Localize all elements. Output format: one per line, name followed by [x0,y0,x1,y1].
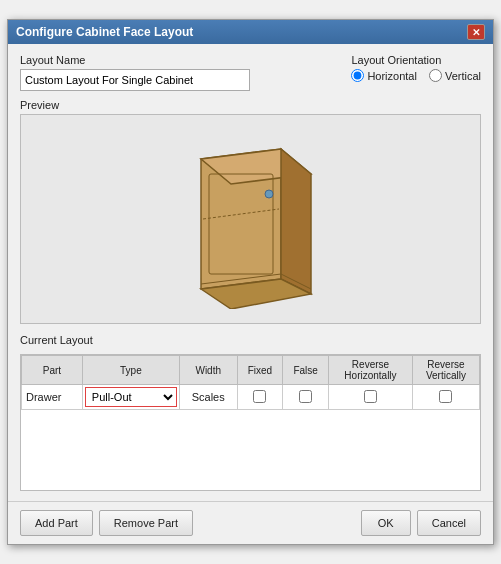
type-cell-container: Pull-Out [85,387,177,407]
orientation-vertical-radio[interactable] [429,69,442,82]
col-width: Width [179,356,237,385]
orientation-section: Layout Orientation Horizontal Vertical [343,54,481,82]
orientation-vertical-label: Vertical [445,70,481,82]
close-button[interactable]: ✕ [467,24,485,40]
cell-width: Scales [179,385,237,410]
orientation-horizontal-radio[interactable] [351,69,364,82]
footer-left-buttons: Add Part Remove Part [20,510,193,536]
preview-box [20,114,481,324]
ok-button[interactable]: OK [361,510,411,536]
fixed-checkbox[interactable] [253,390,266,403]
layout-name-section: Layout Name [20,54,250,91]
orientation-vertical-option[interactable]: Vertical [429,69,481,82]
col-fixed: Fixed [237,356,283,385]
top-section: Layout Name Layout Orientation Horizonta… [20,54,481,91]
title-bar: Configure Cabinet Face Layout ✕ [8,20,493,44]
layout-table-container: Part Type Width Fixed False ReverseHoriz… [20,354,481,491]
cell-reverse-h [329,385,413,410]
reverse-h-checkbox[interactable] [364,390,377,403]
dialog-content: Layout Name Layout Orientation Horizonta… [8,44,493,501]
svg-marker-2 [281,149,311,294]
current-layout-label: Current Layout [20,334,481,346]
table-header-row: Part Type Width Fixed False ReverseHoriz… [22,356,480,385]
table-row: Drawer Pull-Out Scales [22,385,480,410]
orientation-horizontal-option[interactable]: Horizontal [351,69,417,82]
configure-dialog: Configure Cabinet Face Layout ✕ Layout N… [7,19,494,545]
cell-part: Drawer [22,385,83,410]
col-false: False [283,356,329,385]
dialog-title: Configure Cabinet Face Layout [16,25,193,39]
col-part: Part [22,356,83,385]
layout-name-label: Layout Name [20,54,250,66]
orientation-label: Layout Orientation [351,54,481,66]
cabinet-preview-svg [171,129,331,309]
preview-section: Preview [20,99,481,324]
cancel-button[interactable]: Cancel [417,510,481,536]
orientation-radio-group: Horizontal Vertical [351,69,481,82]
col-type: Type [82,356,179,385]
col-reverse-h: ReverseHorizontally [329,356,413,385]
cell-fixed [237,385,283,410]
table-empty-row [22,410,480,490]
cell-reverse-v [412,385,479,410]
layout-name-input[interactable] [20,69,250,91]
svg-point-6 [265,190,273,198]
col-reverse-v: ReverseVertically [412,356,479,385]
add-part-button[interactable]: Add Part [20,510,93,536]
orientation-horizontal-label: Horizontal [367,70,417,82]
cell-false [283,385,329,410]
cell-type: Pull-Out [82,385,179,410]
footer-right-buttons: OK Cancel [361,510,481,536]
reverse-v-checkbox[interactable] [439,390,452,403]
remove-part-button[interactable]: Remove Part [99,510,193,536]
dialog-footer: Add Part Remove Part OK Cancel [8,501,493,544]
false-checkbox[interactable] [299,390,312,403]
layout-table: Part Type Width Fixed False ReverseHoriz… [21,355,480,490]
type-select[interactable]: Pull-Out [85,387,177,407]
preview-label: Preview [20,99,481,111]
